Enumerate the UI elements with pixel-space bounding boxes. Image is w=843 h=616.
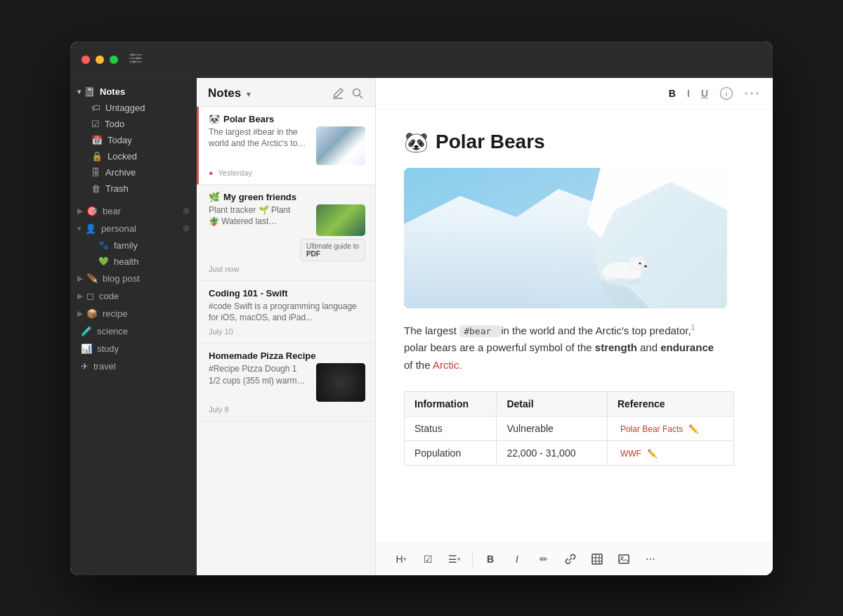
editor-body-paragraph: The largest #bear in the world and the A…	[404, 322, 745, 374]
editor-top-toolbar: B I U	[376, 78, 773, 110]
sidebar-tag-label: bear	[103, 206, 121, 216]
note-item-polar-bears[interactable]: 🐼 Polar Bears The largest #bear in the w…	[197, 107, 375, 185]
search-icon[interactable]	[351, 87, 364, 100]
highlight-icon: ✏	[540, 553, 548, 565]
italic-toggle-button[interactable]: I	[687, 88, 690, 99]
sidebar-tag-blogpost[interactable]: ▶ 🪶 blog post	[70, 270, 197, 287]
svg-point-28	[601, 278, 643, 285]
sidebar-item-archive[interactable]: 🗄 Archive	[73, 164, 194, 181]
minimize-button[interactable]	[96, 55, 104, 64]
pdf-attachment[interactable]: Ultimate guide to PDF	[300, 239, 365, 261]
italic-button[interactable]: I	[506, 549, 528, 570]
sidebar-subtag-family[interactable]: 🐾 family	[73, 237, 194, 254]
compose-icon[interactable]	[332, 87, 344, 100]
checkbox-button[interactable]: ☑	[417, 549, 439, 570]
sidebar-item-trash[interactable]: 🗑 Trash	[73, 181, 194, 197]
toolbar-divider	[472, 552, 473, 566]
note-thumbnail	[316, 363, 365, 402]
table-cell-info: Population	[405, 440, 497, 465]
code-icon: ◻	[86, 291, 94, 301]
sidebar-tag-label: blog post	[103, 273, 140, 284]
bold-toggle-button[interactable]: B	[669, 88, 676, 99]
sidebar-item-label: Today	[107, 135, 132, 145]
highlight-button[interactable]: ✏	[532, 549, 555, 570]
sidebar-tag-label: recipe	[103, 308, 127, 319]
sidebar-item-locked[interactable]: 🔒 Locked	[73, 148, 194, 164]
note-content: The largest #bear in the world and the A…	[209, 126, 311, 150]
sidebar-item-todo[interactable]: ☑ Todo	[73, 116, 194, 132]
bear-tag-icon: 🎯	[86, 206, 98, 216]
note-item-coding[interactable]: Coding 101 - Swift #code Swift is a prog…	[197, 281, 375, 344]
editor-content[interactable]: 🐼 Polar Bears	[376, 110, 773, 542]
table-row: Population 22,000 - 31,000 WWF ✏️	[405, 440, 734, 465]
sidebar-item-today[interactable]: 📅 Today	[73, 132, 194, 148]
blog-icon: 🪶	[86, 273, 98, 284]
note-row: Plant tracker 🌱 Plant 🪴 Watered last Spi…	[209, 204, 365, 261]
note-thumbnail	[316, 126, 365, 165]
sidebar-tag-study[interactable]: 📊 study	[70, 340, 197, 358]
note-title: 🌿 My green friends	[209, 192, 365, 202]
sidebar-notes-header[interactable]: ▾ 📓 Notes	[70, 84, 197, 100]
sidebar-tag-label: science	[97, 326, 128, 336]
date-indicator-icon: ●	[209, 169, 214, 177]
svg-line-7	[360, 95, 363, 98]
sidebar: ▾ 📓 Notes 🏷 Untagged ☑ Todo 📅 Today 🔒 Lo…	[70, 78, 197, 575]
info-icon[interactable]	[719, 86, 733, 100]
notes-list-actions	[332, 87, 364, 100]
sidebar-tag-label: travel	[93, 361, 116, 372]
sidebar-tag-recipe[interactable]: ▶ 📦 recipe	[70, 305, 197, 322]
untagged-icon: 🏷	[91, 103, 100, 113]
table-cell-detail: Vulnerable	[497, 416, 608, 440]
heading-button[interactable]: H ▾	[390, 549, 412, 570]
note-item-green-friends[interactable]: 🌿 My green friends Plant tracker 🌱 Plant…	[197, 185, 375, 281]
svg-rect-29	[592, 554, 602, 564]
table-header-info: Information	[405, 391, 497, 416]
sidebar-tag-bear[interactable]: ▶ 🎯 bear ⊕	[70, 202, 197, 220]
sidebar-item-untagged[interactable]: 🏷 Untagged	[73, 100, 194, 116]
note-date: Just now	[209, 265, 365, 273]
trash-icon: 🗑	[91, 183, 100, 194]
checkbox-icon: ☑	[424, 553, 433, 565]
note-row: The largest #bear in the world and the A…	[209, 126, 365, 165]
table-cell-reference[interactable]: Polar Bear Facts ✏️	[607, 416, 733, 440]
archive-icon: 🗄	[91, 167, 100, 178]
sliders-icon[interactable]	[129, 53, 142, 63]
list-chevron-icon: ▾	[457, 556, 461, 563]
sidebar-item-label: Todo	[105, 119, 124, 129]
svg-point-5	[133, 60, 136, 63]
note-emoji: 🐼	[209, 114, 220, 124]
note-item-pizza[interactable]: Homemade Pizza Recipe #Recipe Pizza Doug…	[197, 343, 375, 421]
sidebar-tag-science[interactable]: 🧪 science	[70, 322, 197, 340]
table-cell-reference[interactable]: WWF ✏️	[607, 440, 733, 465]
table-button[interactable]	[586, 549, 608, 570]
bold-button[interactable]: B	[479, 549, 502, 570]
notes-list-scroll: 🐼 Polar Bears The largest #bear in the w…	[197, 107, 375, 575]
link-button[interactable]	[559, 549, 582, 570]
editor-note-title: 🐼 Polar Bears	[404, 131, 745, 154]
sidebar-subtag-health[interactable]: 💚 health	[73, 254, 194, 270]
notes-list-header: Notes ▾	[197, 78, 375, 107]
note-preview: Plant tracker 🌱 Plant 🪴 Watered last Spi…	[209, 204, 294, 228]
underline-toggle-button[interactable]: U	[701, 88, 708, 99]
traffic-lights	[81, 55, 118, 64]
more-toolbar-button[interactable]: ⋯	[639, 549, 662, 570]
sidebar-tag-personal[interactable]: ▾ 👤 personal ⊕	[70, 220, 197, 237]
sidebar-tag-label: code	[99, 291, 119, 301]
close-button[interactable]	[81, 55, 90, 64]
family-icon: 🐾	[98, 240, 109, 250]
sidebar-tag-code[interactable]: ▶ ◻ code	[70, 287, 197, 305]
note-content: #Recipe Pizza Dough 1 1/2 cups (355 ml) …	[209, 363, 311, 387]
notes-list-panel: Notes ▾ 🐼	[197, 78, 376, 575]
arctic-link[interactable]: Arctic.	[433, 359, 462, 371]
maximize-button[interactable]	[110, 55, 118, 64]
dropdown-arrow-icon[interactable]: ▾	[247, 90, 251, 98]
more-options-icon[interactable]	[745, 92, 759, 95]
note-thumbnail	[316, 204, 365, 236]
image-button[interactable]	[613, 549, 635, 570]
sidebar-tag-travel[interactable]: ✈ travel	[70, 358, 197, 375]
sidebar-item-label: Untagged	[105, 103, 145, 113]
notes-folder-icon: 📓	[84, 86, 95, 97]
sidebar-item-label: Trash	[105, 183, 129, 194]
note-title: Coding 101 - Swift	[209, 288, 365, 299]
list-button[interactable]: ☰ ▾	[443, 549, 466, 570]
